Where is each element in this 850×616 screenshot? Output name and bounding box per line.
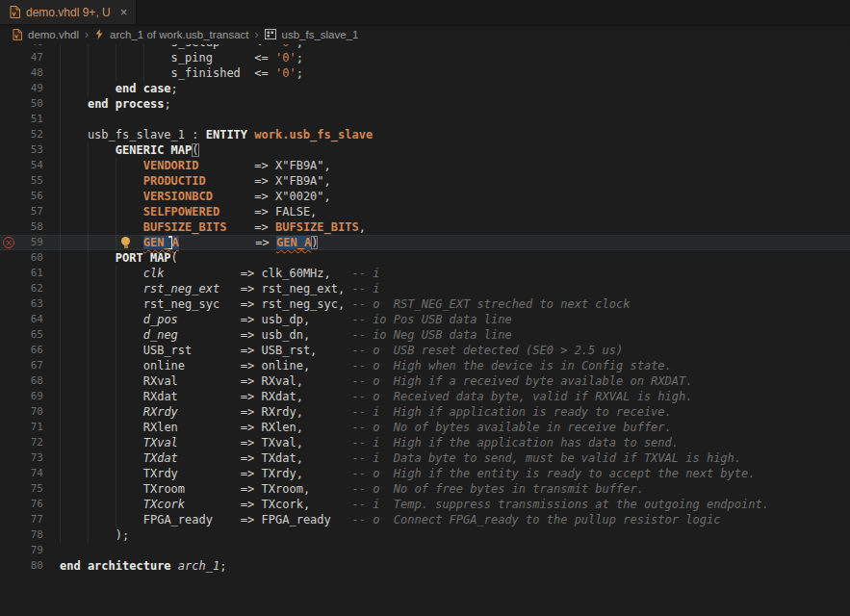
code-token: USB_rst, <box>262 344 352 357</box>
vhdl-file-icon <box>10 6 20 18</box>
gutter: 49 <box>0 81 60 96</box>
code-token <box>60 205 143 218</box>
code-token: X"FB9A", <box>275 174 331 188</box>
lightbulb-icon[interactable] <box>121 237 130 248</box>
code-token: clk <box>143 267 165 280</box>
breadcrumb-architecture[interactable]: arch_1 of work.usb_transact <box>110 29 248 40</box>
code-token: USB_rst <box>143 344 193 357</box>
code-line-content: PRODUCTID => X"FB9A", <box>60 173 331 189</box>
code-line-content: clk => clk_60MHz, -- i <box>60 266 379 281</box>
gutter: 69 <box>0 389 60 404</box>
code-line-49[interactable]: 49 end case; <box>0 81 850 96</box>
code-line-66[interactable]: 66 USB_rst => USB_rst, -- o USB reset de… <box>0 343 850 358</box>
code-token <box>60 190 143 203</box>
code-token: -- io Neg USB data line <box>351 328 511 342</box>
gutter: 79 <box>0 543 60 558</box>
breadcrumb-file[interactable]: demo.vhdl <box>28 29 79 40</box>
code-token: -- o Received data byte, valid if RXVAL … <box>351 390 692 403</box>
code-token: BUFSIZE_BITS <box>275 220 359 234</box>
code-token <box>60 97 88 111</box>
code-line-80[interactable]: 80end architecture arch_1; <box>0 558 850 574</box>
code-line-75[interactable]: 75 TXroom => TXroom, -- o No of free byt… <box>0 481 850 497</box>
line-number: 49 <box>11 81 43 96</box>
code-line-54[interactable]: 54 VENDORID => X"FB9A", <box>0 158 850 173</box>
breadcrumb-instance[interactable]: usb_fs_slave_1 <box>282 29 359 40</box>
code-token: RXrdy, <box>262 405 352 419</box>
code-line-57[interactable]: 57 SELFPOWERED => FALSE, <box>0 204 850 219</box>
code-editor[interactable]: 46 s_setup <= '0';47 s_ping <= '0';48 s_… <box>0 44 850 616</box>
code-token: RXval, <box>262 374 352 388</box>
line-number: 61 <box>11 266 43 281</box>
code-token: ( <box>192 143 198 157</box>
code-token: -- o High if a received byte available o… <box>351 374 692 388</box>
code-token: end case <box>116 82 171 95</box>
code-line-72[interactable]: 72 TXval => TXval, -- i High if the appl… <box>0 435 850 450</box>
gutter: 61 <box>0 266 60 281</box>
code-line-78[interactable]: 78 ); <box>0 527 850 543</box>
code-token: FPGA_ready <box>262 513 352 526</box>
line-number: 64 <box>11 312 43 327</box>
code-token: RXdat, <box>262 390 352 403</box>
code-line-content: RXrdy => RXrdy, -- i High if application… <box>60 404 672 420</box>
code-line-47[interactable]: 47 s_ping <= '0'; <box>0 50 850 65</box>
code-token: arch_1 <box>178 559 219 573</box>
code-token: => <box>178 405 262 419</box>
code-line-71[interactable]: 71 RXlen => RXlen, -- o No of bytes avai… <box>0 420 850 435</box>
breadcrumb: demo.vhdl › arch_1 of work.usb_transact … <box>0 24 850 44</box>
code-line-58[interactable]: 58 BUFSIZE_BITS => BUFSIZE_BITS, <box>0 219 850 235</box>
code-line-61[interactable]: 61 clk => clk_60MHz, -- i <box>0 266 850 281</box>
code-line-76[interactable]: 76 TXcork => TXcork, -- i Temp. suppress… <box>0 497 850 512</box>
tab-demo-vhdl[interactable]: demo.vhdl 9+, U × <box>0 0 137 24</box>
gutter: 68 <box>0 373 60 389</box>
code-token: s_ping <box>60 51 254 64</box>
code-token: -- o High when the device is in Config s… <box>351 359 671 372</box>
code-line-62[interactable]: 62 rst_neg_ext => rst_neg_ext, -- i <box>0 281 850 296</box>
code-line-74[interactable]: 74 TXrdy => TXrdy, -- o High if the enti… <box>0 466 850 481</box>
code-line-52[interactable]: 52 usb_fs_slave_1 : ENTITY work.usb_fs_s… <box>0 127 850 142</box>
code-line-79[interactable]: 79 <box>0 543 850 558</box>
code-token: -- o No of bytes available in receive bu… <box>351 421 671 434</box>
code-token: -- i High if application is ready to rec… <box>351 405 671 419</box>
code-line-50[interactable]: 50 end process; <box>0 96 850 112</box>
code-line-67[interactable]: 67 online => online, -- o High when the … <box>0 358 850 373</box>
code-token: ; <box>164 97 170 111</box>
code-line-60[interactable]: 60 PORT MAP( <box>0 250 850 266</box>
code-line-56[interactable]: 56 VERSIONBCD => X"0020", <box>0 189 850 204</box>
gutter: 53 <box>0 142 60 158</box>
code-token: -- i <box>351 282 379 295</box>
tab-bar: demo.vhdl 9+, U × <box>0 0 850 24</box>
code-token: TXdat, <box>262 451 352 465</box>
code-line-content: rst_neg_syc => rst_neg_syc, -- o RST_NEG… <box>60 296 630 312</box>
code-token <box>60 436 143 449</box>
code-line-70[interactable]: 70 RXrdy => RXrdy, -- i High if applicat… <box>0 404 850 420</box>
code-line-64[interactable]: 64 d_pos => usb_dp, -- io Pos USB data l… <box>0 312 850 327</box>
indent-guide <box>60 112 61 127</box>
code-line-73[interactable]: 73 TXdat => TXdat, -- i Data byte to sen… <box>0 450 850 466</box>
code-line-51[interactable]: 51 <box>0 112 850 127</box>
code-token <box>60 267 143 280</box>
code-line-63[interactable]: 63 rst_neg_syc => rst_neg_syc, -- o RST_… <box>0 296 850 312</box>
code-line-59[interactable]: ×59 GEN_A => GEN_A) <box>0 235 850 250</box>
code-line-48[interactable]: 48 s_finished <= '0'; <box>0 65 850 81</box>
code-token: => <box>213 513 262 526</box>
code-line-53[interactable]: 53 GENERIC MAP( <box>0 142 850 158</box>
tab-close-icon[interactable]: × <box>120 6 128 18</box>
code-line-content: VERSIONBCD => X"0020", <box>60 189 331 204</box>
code-line-65[interactable]: 65 d_neg => usb_dn, -- io Neg USB data l… <box>0 327 850 343</box>
code-line-68[interactable]: 68 RXval => RXval, -- o High if a receiv… <box>0 373 850 389</box>
code-line-content: SELFPOWERED => FALSE, <box>60 204 317 219</box>
gutter: 57 <box>0 204 60 219</box>
code-line-69[interactable]: 69 RXdat => RXdat, -- o Received data by… <box>0 389 850 404</box>
symbol-module-icon <box>265 29 276 39</box>
code-token: -- io Pos USB data line <box>351 313 511 326</box>
code-token <box>60 82 116 95</box>
code-token: PRODUCTID <box>143 174 206 188</box>
code-line-content: USB_rst => USB_rst, -- o USB reset detec… <box>60 343 623 358</box>
code-token: rst_neg_syc, <box>262 297 352 311</box>
line-number: 50 <box>11 96 43 112</box>
code-line-55[interactable]: 55 PRODUCTID => X"FB9A", <box>0 173 850 189</box>
code-line-content: rst_neg_ext => rst_neg_ext, -- i <box>60 281 379 296</box>
line-number: 68 <box>11 373 43 389</box>
code-line-77[interactable]: 77 FPGA_ready => FPGA_ready -- o Connect… <box>0 512 850 527</box>
gutter: 56 <box>0 189 60 204</box>
